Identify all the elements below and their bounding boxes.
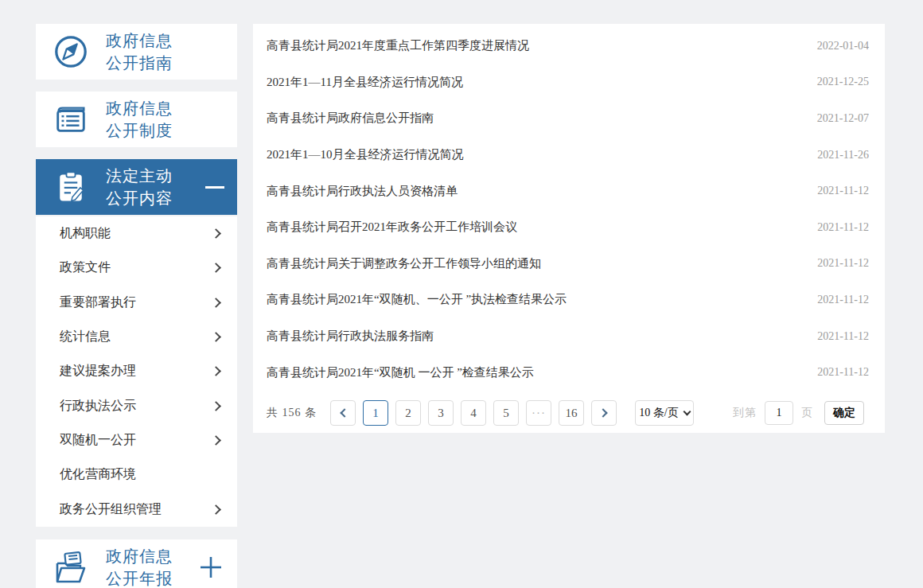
article-date: 2021-11-12	[817, 221, 869, 234]
sidebar: 政府信息 公开指南 政府信息 公开制度	[36, 24, 237, 588]
sidebar-item-gov-openness-management[interactable]: 政务公开组织管理	[36, 492, 237, 526]
menu-item-label: 行政执法公示	[60, 398, 136, 415]
chevron-left-icon	[340, 408, 349, 417]
article-link[interactable]: 高青县统计局2021年“双随机、一公开 ”执法检查结果公示	[267, 292, 801, 307]
menu-item-label: 机构职能	[60, 225, 111, 242]
prev-page-button[interactable]	[330, 400, 356, 426]
chevron-right-icon	[211, 504, 221, 515]
goto-page-suffix-label: 页	[801, 406, 812, 420]
article-link[interactable]: 高青县统计局2021年“双随机 一公开 ”检查结果公示	[267, 365, 801, 380]
article-link[interactable]: 高青县统计局行政执法服务指南	[267, 329, 801, 344]
total-count-label: 共 156 条	[267, 406, 317, 420]
article-date: 2021-11-12	[817, 330, 869, 343]
list-item: 2021年1—10月全县经济运行情况简况 2021-11-26	[253, 137, 885, 173]
page-button-5[interactable]: 5	[493, 400, 519, 426]
article-link[interactable]: 高青县统计局政府信息公开指南	[267, 111, 801, 126]
article-date: 2021-12-07	[817, 112, 869, 125]
list-item: 2021年1—11月全县经济运行情况简况 2021-12-25	[253, 64, 885, 101]
sidebar-item-double-random[interactable]: 双随机一公开	[36, 423, 237, 458]
sidebar-item-label: 政府信息 公开年报	[106, 545, 173, 588]
article-date: 2022-01-04	[817, 40, 869, 53]
chevron-right-icon	[211, 366, 221, 376]
menu-item-label: 双随机一公开	[60, 432, 136, 449]
chevron-right-icon	[598, 408, 607, 417]
chevron-right-icon	[211, 332, 221, 342]
article-date: 2021-11-26	[817, 149, 869, 162]
chevron-right-icon	[211, 401, 221, 411]
document-list-icon	[36, 101, 106, 138]
list-item: 高青县统计局关于调整政务公开工作领导小组的通知 2021-11-12	[253, 246, 885, 282]
next-page-button[interactable]	[591, 400, 617, 426]
sidebar-item-statistics-info[interactable]: 统计信息	[36, 320, 237, 354]
sidebar-item-gov-info-system[interactable]: 政府信息 公开制度	[36, 92, 237, 147]
page-button-2[interactable]: 2	[395, 400, 421, 426]
article-link[interactable]: 高青县统计局关于调整政务公开工作领导小组的通知	[267, 256, 801, 271]
list-item: 高青县统计局2021年“双随机 一公开 ”检查结果公示 2021-11-12	[253, 354, 885, 391]
pagination-bar: 共 156 条 1 2 3 4 5 ··· 16 10 条/页 到第 页 确定	[267, 400, 869, 426]
article-date: 2021-12-25	[817, 76, 869, 88]
chevron-down-icon	[683, 407, 691, 415]
sidebar-item-annual-report[interactable]: 政府信息 公开年报	[36, 539, 237, 588]
menu-item-label: 建议提案办理	[60, 363, 136, 380]
chevron-right-icon	[211, 298, 221, 308]
menu-item-label: 政策文件	[60, 259, 111, 276]
sidebar-item-label: 政府信息 公开指南	[106, 29, 173, 74]
more-pages-button[interactable]: ···	[526, 400, 551, 426]
article-link[interactable]: 高青县统计局召开2021年政务公开工作培训会议	[267, 220, 801, 235]
list-item: 高青县统计局2021年度重点工作第四季度进展情况 2022-01-04	[253, 28, 885, 64]
menu-item-label: 优化营商环境	[60, 466, 136, 483]
sidebar-item-label: 政府信息 公开制度	[106, 97, 173, 142]
menu-item-label: 政务公开组织管理	[60, 501, 162, 518]
page-size-label: 10 条/页	[639, 406, 678, 420]
sidebar-item-business-environment[interactable]: 优化营商环境	[36, 458, 237, 492]
list-item: 高青县统计局行政执法服务指南 2021-11-12	[253, 318, 885, 355]
folder-icon	[36, 548, 106, 586]
page-button-16[interactable]: 16	[559, 400, 584, 426]
goto-page-input[interactable]	[765, 401, 793, 425]
chevron-right-icon	[211, 263, 221, 274]
sidebar-item-key-deployments[interactable]: 重要部署执行	[36, 286, 237, 320]
compass-icon	[36, 33, 106, 70]
sidebar-item-statutory-disclosure[interactable]: 法定主动 公开内容	[36, 159, 237, 215]
list-item: 高青县统计局召开2021年政务公开工作培训会议 2021-11-12	[253, 209, 885, 246]
sidebar-item-enforcement-disclosure[interactable]: 行政执法公示	[36, 388, 237, 423]
confirm-button[interactable]: 确定	[824, 401, 864, 425]
article-date: 2021-11-12	[817, 257, 869, 270]
article-date: 2021-11-12	[817, 185, 869, 197]
article-date: 2021-11-12	[817, 366, 869, 379]
article-link[interactable]: 2021年1—10月全县经济运行情况简况	[267, 147, 801, 162]
article-list: 高青县统计局2021年度重点工作第四季度进展情况 2022-01-04 2021…	[253, 24, 885, 391]
menu-item-label: 统计信息	[60, 329, 111, 345]
page-button-1[interactable]: 1	[363, 400, 388, 426]
page-button-3[interactable]: 3	[428, 400, 454, 426]
sidebar-item-gov-info-guide[interactable]: 政府信息 公开指南	[36, 24, 237, 80]
sidebar-item-policy-documents[interactable]: 政策文件	[36, 251, 237, 285]
chevron-right-icon	[211, 228, 221, 239]
expand-plus-icon[interactable]	[197, 554, 224, 581]
list-item: 高青县统计局行政执法人员资格清单 2021-11-12	[253, 173, 885, 209]
clipboard-pencil-icon	[36, 169, 106, 204]
sidebar-item-org-functions[interactable]: 机构职能	[36, 216, 237, 251]
article-date: 2021-11-12	[817, 294, 869, 306]
article-link[interactable]: 2021年1—11月全县经济运行情况简况	[267, 75, 801, 90]
page-button-4[interactable]: 4	[461, 400, 486, 426]
article-link[interactable]: 高青县统计局行政执法人员资格清单	[267, 184, 801, 199]
collapse-minus-icon[interactable]	[205, 186, 224, 189]
page-size-select[interactable]: 10 条/页	[635, 400, 694, 426]
article-list-panel: 高青县统计局2021年度重点工作第四季度进展情况 2022-01-04 2021…	[253, 24, 885, 433]
sidebar-item-proposals-handling[interactable]: 建议提案办理	[36, 354, 237, 388]
list-item: 高青县统计局政府信息公开指南 2021-12-07	[253, 100, 885, 137]
article-link[interactable]: 高青县统计局2021年度重点工作第四季度进展情况	[267, 38, 801, 53]
goto-page-prefix-label: 到第	[733, 406, 757, 420]
menu-item-label: 重要部署执行	[60, 294, 136, 311]
list-item: 高青县统计局2021年“双随机、一公开 ”执法检查结果公示 2021-11-12	[253, 282, 885, 318]
sidebar-submenu: 机构职能 政策文件 重要部署执行 统计信息 建议提案办理 行政执法公示 双随机一…	[36, 216, 237, 527]
chevron-right-icon	[211, 435, 221, 446]
sidebar-item-label: 法定主动 公开内容	[106, 165, 173, 209]
